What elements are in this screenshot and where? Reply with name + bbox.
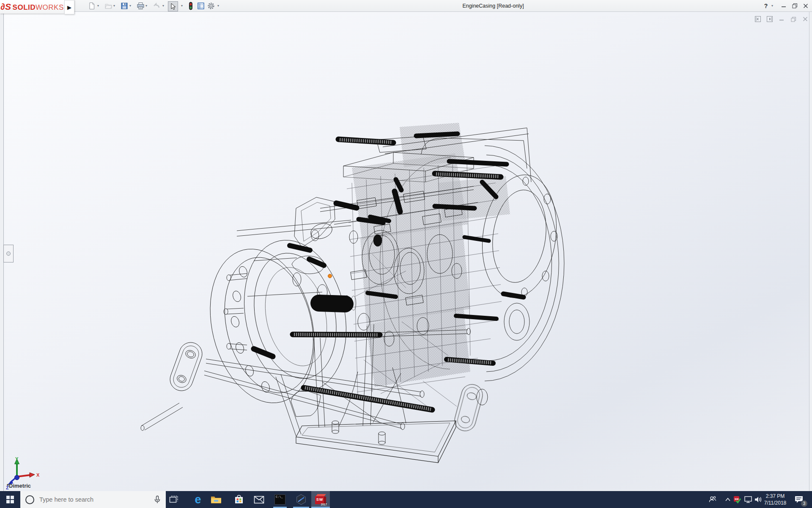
- people-button[interactable]: [707, 491, 718, 508]
- options-gear-button[interactable]: [206, 1, 216, 11]
- people-icon: [708, 495, 717, 504]
- origin-marker[interactable]: [328, 274, 332, 278]
- collapsed-tab-icon: [6, 251, 11, 256]
- pane-right-button[interactable]: [765, 15, 774, 23]
- cortana-icon: [25, 495, 34, 504]
- doc-minimize-button[interactable]: [777, 15, 786, 23]
- edge-button[interactable]: e: [189, 491, 207, 508]
- undo-icon: [152, 2, 161, 10]
- flyout-arrow-icon: ▶: [67, 4, 71, 11]
- document-title: EngineCasing [Read-only]: [462, 3, 524, 9]
- microphone-icon[interactable]: [154, 495, 161, 504]
- print-icon: [137, 2, 145, 10]
- store-icon: [234, 494, 244, 505]
- solidworks-window: EngineCasing [Read-only] ▾ ▾ ▾: [0, 0, 812, 508]
- solidworks-taskbar-button[interactable]: SW 2017: [311, 491, 330, 508]
- solidworks-monitor-tray[interactable]: sw: [732, 491, 743, 508]
- start-button[interactable]: [1, 491, 19, 508]
- close-icon: [803, 3, 808, 8]
- triad-x-label: X: [36, 472, 40, 478]
- edge-icon: e: [195, 494, 201, 505]
- evaluate-list-button[interactable]: [196, 1, 206, 11]
- task-view-button[interactable]: [165, 491, 183, 508]
- save-icon: [121, 2, 128, 10]
- doc-restore-button[interactable]: [789, 15, 798, 23]
- chevron-up-icon: [725, 497, 731, 502]
- engine-casing-wireframe[interactable]: [0, 12, 812, 491]
- composer-hexagon-icon: [296, 494, 307, 505]
- pane-right-icon: [766, 16, 773, 22]
- pane-left-button[interactable]: [754, 15, 762, 23]
- help-button[interactable]: ?: [760, 1, 771, 10]
- open-button[interactable]: [104, 1, 113, 11]
- task-view-icon: [169, 495, 178, 504]
- close-button[interactable]: [800, 1, 811, 10]
- clock-time: 2:37 PM: [760, 493, 790, 500]
- mail-button[interactable]: [250, 491, 268, 508]
- network-tray-button[interactable]: [743, 491, 754, 508]
- restore-icon: [792, 3, 798, 8]
- doc-close-icon: [803, 17, 808, 22]
- doc-minimize-icon: [779, 17, 784, 22]
- save-caret[interactable]: ▾: [129, 4, 131, 8]
- taskbar-search[interactable]: [20, 491, 166, 508]
- options-caret[interactable]: ▾: [217, 4, 219, 8]
- traffic-light-button[interactable]: [186, 1, 195, 11]
- windows-logo-icon: [6, 496, 14, 503]
- windows-taskbar: e: [0, 491, 812, 508]
- open-folder-icon: [104, 2, 112, 10]
- triad-y-label: Y: [15, 456, 19, 461]
- pane-left-icon: [754, 16, 761, 22]
- print-caret[interactable]: ▾: [145, 4, 147, 8]
- file-explorer-button[interactable]: [207, 491, 225, 508]
- svg-text:sw: sw: [735, 497, 739, 500]
- mail-icon: [254, 496, 264, 504]
- brand-solid: SOLID: [13, 3, 36, 11]
- undo-caret[interactable]: ▾: [162, 4, 164, 8]
- save-button[interactable]: [120, 1, 129, 11]
- network-icon: [744, 496, 752, 503]
- document-window-controls: [754, 15, 809, 23]
- feature-tree-collapsed-tab[interactable]: [3, 245, 14, 262]
- select-button[interactable]: [168, 1, 178, 11]
- store-button[interactable]: [230, 491, 248, 508]
- evaluate-list-icon: [197, 2, 205, 10]
- options-gear-icon: [207, 2, 215, 10]
- file-explorer-icon: [211, 495, 222, 504]
- brand-glyph: ∂S: [0, 2, 11, 11]
- clock-date: 7/11/2018: [760, 500, 790, 506]
- restore-button[interactable]: [789, 1, 800, 10]
- solidworks-monitor-icon: sw: [733, 495, 741, 504]
- brand-works: WORKS: [36, 3, 64, 11]
- new-document-button[interactable]: [87, 1, 96, 11]
- solidworks-2017-icon: SW 2017: [315, 494, 326, 505]
- minimize-icon: [781, 3, 786, 8]
- view-orientation-label: *Dimetric: [7, 483, 31, 489]
- composer-button[interactable]: [292, 491, 310, 508]
- taskbar-clock[interactable]: 2:37 PM 7/11/2018: [760, 493, 790, 506]
- command-prompt-icon: C:\_: [274, 494, 285, 505]
- doc-close-button[interactable]: [801, 15, 809, 23]
- search-input[interactable]: [38, 496, 154, 503]
- select-caret[interactable]: ▾: [181, 4, 183, 8]
- new-document-icon: [88, 2, 96, 10]
- notification-count-badge: 3: [801, 500, 808, 507]
- help-caret[interactable]: ▾: [771, 4, 773, 8]
- command-prompt-button[interactable]: C:\_: [271, 491, 289, 508]
- title-bar: EngineCasing [Read-only] ▾ ▾ ▾: [0, 0, 812, 12]
- select-cursor-icon: [170, 3, 176, 10]
- traffic-light-icon: [188, 2, 193, 10]
- new-document-caret[interactable]: ▾: [97, 4, 99, 8]
- viewport-right-border: [809, 12, 809, 491]
- menu-flyout-button[interactable]: ▶: [64, 0, 74, 14]
- solidworks-logo: ∂SSOLIDWORKS: [0, 0, 64, 14]
- minimize-button[interactable]: [778, 1, 789, 10]
- open-caret[interactable]: ▾: [113, 4, 115, 8]
- undo-button[interactable]: [152, 1, 161, 11]
- print-button[interactable]: [136, 1, 145, 11]
- doc-restore-icon: [791, 17, 796, 22]
